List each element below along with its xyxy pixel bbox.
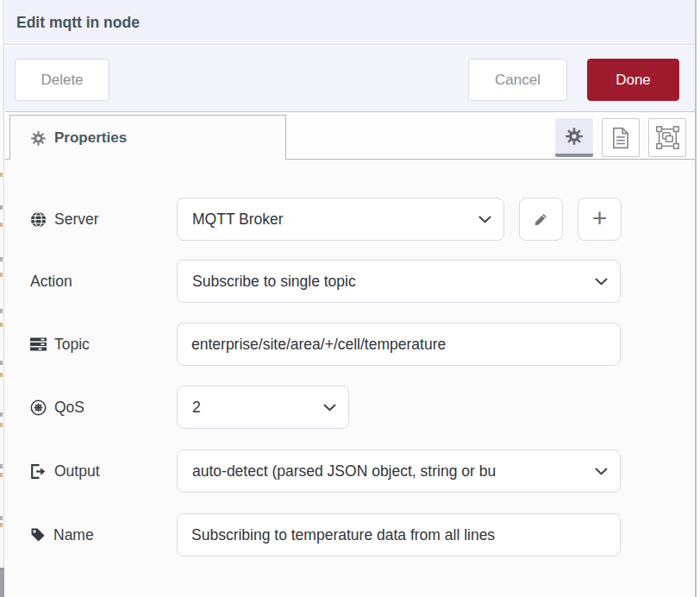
name-input[interactable] <box>177 513 621 556</box>
tasks-icon <box>30 337 47 351</box>
server-select[interactable]: MQTT Broker <box>177 198 504 241</box>
gear-icon <box>31 131 46 146</box>
action-label: Action <box>30 260 72 303</box>
name-row: Name <box>5 513 695 556</box>
action-select-value: Subscribe to single topic <box>192 273 356 291</box>
qos-label-text: QoS <box>54 399 84 417</box>
gear-icon <box>566 128 583 145</box>
dialog-right-border <box>695 0 697 597</box>
action-label-text: Action <box>30 273 72 291</box>
topic-row: Topic <box>5 323 695 366</box>
chevron-down-icon <box>595 468 608 475</box>
server-row: Server MQTT Broker + <box>5 198 695 241</box>
chevron-down-icon <box>595 278 608 286</box>
dialog-title: Edit mqtt in node <box>16 0 140 45</box>
qos-select[interactable]: 2 <box>177 386 349 429</box>
dialog-header: Edit mqtt in node <box>5 0 695 45</box>
topic-label: Topic <box>30 323 90 366</box>
description-view-button[interactable] <box>602 118 640 157</box>
qos-select-value: 2 <box>192 399 201 417</box>
view-buttons <box>555 118 686 157</box>
document-icon <box>611 127 630 149</box>
done-button[interactable]: Done <box>587 59 679 101</box>
pencil-icon <box>533 211 549 228</box>
edit-mqtt-in-node-dialog: Edit mqtt in node Delete Cancel Done <box>0 0 700 597</box>
server-label-text: Server <box>54 211 99 229</box>
server-label: Server <box>30 198 99 241</box>
output-select-value: auto-detect (parsed JSON object, string … <box>192 462 496 481</box>
output-label-text: Output <box>54 462 100 481</box>
globe-icon <box>30 211 47 228</box>
action-row: Action Subscribe to single topic <box>5 260 695 303</box>
delete-button[interactable]: Delete <box>15 59 109 101</box>
properties-view-button[interactable] <box>555 118 593 157</box>
edit-server-button[interactable] <box>519 198 563 241</box>
action-select[interactable]: Subscribe to single topic <box>177 260 621 303</box>
chevron-down-icon <box>478 216 491 223</box>
sign-out-icon <box>30 464 47 479</box>
qos-row: QoS 2 <box>5 386 695 429</box>
server-select-value: MQTT Broker <box>192 211 284 229</box>
topic-input[interactable] <box>177 323 621 366</box>
selection-frame-icon <box>656 126 679 149</box>
output-row: Output auto-detect (parsed JSON object, … <box>5 449 695 493</box>
properties-form: Server MQTT Broker + <box>5 160 695 597</box>
editor-tab-bar: Properties <box>5 113 695 160</box>
chevron-down-icon <box>323 404 336 412</box>
cancel-button[interactable]: Cancel <box>468 59 567 101</box>
qos-label: QoS <box>30 386 84 429</box>
empire-icon <box>30 399 47 416</box>
name-label-text: Name <box>53 526 94 544</box>
selection-frame-icon-button[interactable] <box>648 118 686 157</box>
add-server-button[interactable]: + <box>578 198 622 241</box>
scrollbar-thumb[interactable] <box>0 568 4 597</box>
tab-properties[interactable]: Properties <box>9 115 286 160</box>
name-label: Name <box>30 513 94 556</box>
output-select[interactable]: auto-detect (parsed JSON object, string … <box>177 449 621 493</box>
dialog-toolbar: Delete Cancel Done <box>5 46 695 112</box>
output-label: Output <box>30 449 100 493</box>
tab-properties-label: Properties <box>54 129 127 147</box>
workspace-left-edge <box>0 0 4 597</box>
plus-icon: + <box>592 205 608 234</box>
topic-label-text: Topic <box>54 336 90 354</box>
tag-icon <box>30 527 46 543</box>
